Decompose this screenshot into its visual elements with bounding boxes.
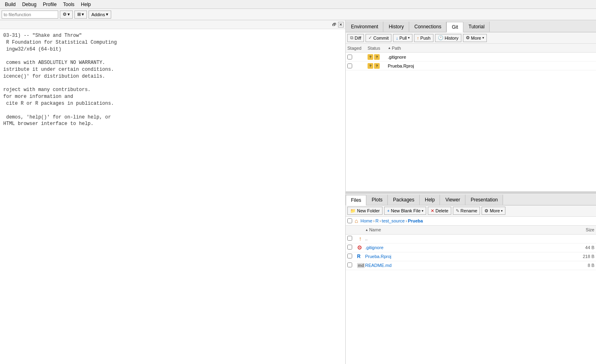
checkbox-parent[interactable] xyxy=(347,236,352,241)
tab-environment[interactable]: Environment xyxy=(346,21,383,32)
staged-header: Staged xyxy=(347,46,368,51)
row-check-readme[interactable] xyxy=(347,262,357,269)
breadcrumb-test-source[interactable]: test_source xyxy=(382,218,405,223)
pull-icon: ↓ xyxy=(396,36,398,40)
list-item[interactable]: R Prueba.Rproj 218 B xyxy=(346,252,596,261)
tab-packages[interactable]: Packages xyxy=(388,195,420,205)
diff-button[interactable]: ⧉ Diff xyxy=(347,34,364,42)
delete-label: Delete xyxy=(435,208,448,213)
status-badge-q2: ? xyxy=(374,54,380,60)
path-header: ▲ Path xyxy=(388,46,594,51)
more-button[interactable]: ⚙ More ▾ xyxy=(463,34,487,42)
commit-icon: ✓ xyxy=(368,35,372,40)
tab-tutorial[interactable]: Tutorial xyxy=(463,21,490,32)
row-icon-rproj: R xyxy=(357,254,365,259)
status-badge-q4: ? xyxy=(374,63,380,69)
staged-checkbox-2[interactable] xyxy=(347,63,368,68)
git-path-gitignore: .gitignore xyxy=(388,55,594,59)
pull-button[interactable]: ↓ Pull ▾ xyxy=(393,34,412,42)
git-row: ? ? .gitignore xyxy=(346,53,596,61)
grid-button[interactable]: ⊞ ▾ xyxy=(74,11,87,19)
breadcrumb-prueba[interactable]: Prueba xyxy=(408,218,423,223)
row-icon-parent: ↑ xyxy=(357,235,365,242)
tab-history[interactable]: History xyxy=(383,21,409,32)
staged-checkbox-1[interactable] xyxy=(347,55,368,59)
row-name-readme[interactable]: README.md xyxy=(365,263,570,268)
more-label: More xyxy=(471,36,481,40)
checkbox-file-rproj[interactable] xyxy=(347,254,352,258)
git-path-rproj: Prueba.Rproj xyxy=(388,63,594,68)
checkbox-rproj[interactable] xyxy=(347,63,352,68)
pull-label: Pull xyxy=(399,36,407,40)
push-icon: ↑ xyxy=(417,36,419,40)
history-button[interactable]: 🕐 History xyxy=(435,34,461,42)
row-check-gitignore[interactable] xyxy=(347,245,357,251)
tab-files[interactable]: Files xyxy=(346,195,366,205)
files-more-button[interactable]: ⚙ More ▾ xyxy=(482,207,505,215)
breadcrumb-checkbox[interactable] xyxy=(347,218,352,223)
name-sort-icon: ▲ xyxy=(365,228,368,232)
gear-icon: ⚙ xyxy=(63,12,67,17)
diff-icon: ⧉ xyxy=(350,35,353,40)
console-close-button[interactable]: ✕ xyxy=(338,22,344,28)
md-icon: md xyxy=(357,263,365,268)
breadcrumb-home[interactable]: Home xyxy=(360,218,372,223)
tab-presentation[interactable]: Presentation xyxy=(465,195,503,205)
checkbox-gitignore[interactable] xyxy=(347,55,352,59)
row-name-gitignore[interactable]: .gitignore xyxy=(365,245,570,250)
row-name-parent[interactable]: .. xyxy=(365,236,570,241)
history-icon: 🕐 xyxy=(438,35,444,40)
console-collapse-button[interactable]: 🗗 xyxy=(331,21,338,28)
more-gear-icon: ⚙ xyxy=(466,35,470,40)
new-folder-button[interactable]: 📁 New Folder xyxy=(347,207,383,215)
git-files-list: ? ? .gitignore ? ? Prueba.Rproj xyxy=(346,53,596,191)
row-check-parent[interactable] xyxy=(347,236,357,242)
delete-button[interactable]: ✕ Delete xyxy=(428,207,451,215)
menu-profile[interactable]: Profile xyxy=(40,1,60,8)
grid-icon: ⊞ xyxy=(77,12,81,17)
commit-button[interactable]: ✓ Commit xyxy=(366,34,391,42)
list-item[interactable]: ↑ .. xyxy=(346,235,596,243)
row-icon-gitignore: ⚙ xyxy=(357,244,365,251)
files-more-gear-icon: ⚙ xyxy=(484,208,488,214)
sort-asc-icon: ▲ xyxy=(388,46,391,50)
tab-viewer[interactable]: Viewer xyxy=(440,195,465,205)
addins-label: Addins xyxy=(91,12,105,17)
new-file-dropdown-icon: ▾ xyxy=(422,209,423,213)
checkbox-file-gitignore[interactable] xyxy=(347,245,352,250)
bottom-tab-bar: Files Plots Packages Help Viewer Present… xyxy=(346,193,596,205)
delete-icon: ✕ xyxy=(431,208,434,214)
menu-debug[interactable]: Debug xyxy=(19,1,40,8)
rename-button[interactable]: ✎ Rename xyxy=(453,207,480,215)
breadcrumb-sep-3: › xyxy=(406,218,407,223)
status-header: Status xyxy=(368,46,388,51)
tab-git[interactable]: Git xyxy=(446,22,463,32)
tab-plots[interactable]: Plots xyxy=(366,195,388,205)
list-item[interactable]: ⚙ .gitignore 44 B xyxy=(346,243,596,252)
list-item[interactable]: md README.md 8 B xyxy=(346,261,596,270)
files-table-header: ▲ Name Size xyxy=(346,226,596,235)
gear-button[interactable]: ⚙ ▾ xyxy=(60,11,73,19)
status-badge-q3: ? xyxy=(368,63,373,69)
breadcrumb: ⌂ Home › R › test_source › Prueba xyxy=(346,217,596,226)
status-badge-q1: ? xyxy=(368,54,373,60)
addins-button[interactable]: Addins ▾ xyxy=(89,11,111,19)
search-input[interactable] xyxy=(2,11,58,19)
row-name-rproj[interactable]: Prueba.Rproj xyxy=(365,254,570,259)
menu-help[interactable]: Help xyxy=(78,1,94,8)
breadcrumb-r[interactable]: R xyxy=(375,218,378,223)
tab-connections[interactable]: Connections xyxy=(409,21,447,32)
console-content: 03-31) -- "Shake and Throw" R Foundation… xyxy=(0,29,345,364)
new-file-icon: + xyxy=(387,208,389,213)
status-cell-2: ? ? xyxy=(368,63,388,69)
menu-tools[interactable]: Tools xyxy=(60,1,78,8)
menu-build[interactable]: Build xyxy=(2,1,19,8)
checkbox-file-readme[interactable] xyxy=(347,262,352,267)
push-button[interactable]: ↑ Push xyxy=(414,34,433,42)
new-blank-file-button[interactable]: + New Blank File ▾ xyxy=(384,207,426,215)
git-toolbar: ⧉ Diff ✓ Commit ↓ Pull ▾ ↑ Push 🕐 xyxy=(346,32,596,44)
row-icon-readme: md xyxy=(357,262,365,268)
row-check-rproj[interactable] xyxy=(347,254,357,260)
tab-help[interactable]: Help xyxy=(420,195,440,205)
git-row: ? ? Prueba.Rproj xyxy=(346,61,596,70)
